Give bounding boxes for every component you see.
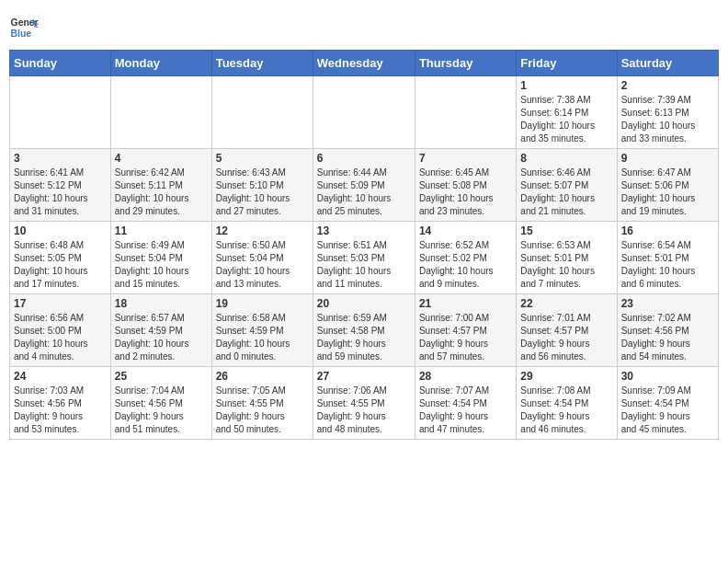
day-number: 8 xyxy=(520,152,612,165)
calendar-cell: 9Sunrise: 6:47 AMSunset: 5:06 PMDaylight… xyxy=(617,149,718,222)
day-number: 9 xyxy=(621,152,714,165)
day-number: 27 xyxy=(317,370,411,383)
calendar-cell xyxy=(10,76,111,149)
day-info: Sunrise: 6:42 AMSunset: 5:11 PMDaylight:… xyxy=(115,167,208,218)
calendar-cell: 6Sunrise: 6:44 AMSunset: 5:09 PMDaylight… xyxy=(313,149,415,222)
day-number: 6 xyxy=(317,152,411,165)
day-info: Sunrise: 7:04 AMSunset: 4:56 PMDaylight:… xyxy=(115,385,208,436)
weekday-header-sunday: Sunday xyxy=(10,51,111,76)
day-number: 1 xyxy=(520,79,612,92)
day-info: Sunrise: 6:59 AMSunset: 4:58 PMDaylight:… xyxy=(317,312,411,363)
weekday-header-thursday: Thursday xyxy=(415,51,516,76)
calendar-cell: 11Sunrise: 6:49 AMSunset: 5:04 PMDayligh… xyxy=(110,222,211,294)
day-info: Sunrise: 7:06 AMSunset: 4:55 PMDaylight:… xyxy=(317,385,411,436)
calendar-cell: 1Sunrise: 7:38 AMSunset: 6:14 PMDaylight… xyxy=(517,76,617,149)
day-number: 25 xyxy=(115,370,208,383)
calendar-cell: 4Sunrise: 6:42 AMSunset: 5:11 PMDaylight… xyxy=(110,149,211,222)
day-info: Sunrise: 6:52 AMSunset: 5:02 PMDaylight:… xyxy=(419,239,512,291)
day-info: Sunrise: 6:49 AMSunset: 5:04 PMDaylight:… xyxy=(115,239,208,291)
calendar-week-3: 10Sunrise: 6:48 AMSunset: 5:05 PMDayligh… xyxy=(10,222,719,294)
weekday-header-wednesday: Wednesday xyxy=(313,51,415,76)
calendar-cell: 12Sunrise: 6:50 AMSunset: 5:04 PMDayligh… xyxy=(211,222,313,294)
day-number: 13 xyxy=(317,224,411,237)
day-info: Sunrise: 7:02 AMSunset: 4:56 PMDaylight:… xyxy=(621,312,714,363)
calendar-cell: 20Sunrise: 6:59 AMSunset: 4:58 PMDayligh… xyxy=(313,294,415,367)
calendar-cell xyxy=(415,76,516,149)
logo: General Blue xyxy=(9,13,39,42)
day-info: Sunrise: 7:09 AMSunset: 4:54 PMDaylight:… xyxy=(621,385,714,436)
day-number: 30 xyxy=(621,370,714,383)
day-number: 29 xyxy=(520,370,612,383)
day-number: 20 xyxy=(317,297,411,310)
day-number: 7 xyxy=(419,152,512,165)
day-info: Sunrise: 6:50 AMSunset: 5:04 PMDaylight:… xyxy=(216,239,309,291)
day-info: Sunrise: 6:44 AMSunset: 5:09 PMDaylight:… xyxy=(317,167,411,218)
day-number: 4 xyxy=(115,152,208,165)
day-info: Sunrise: 6:56 AMSunset: 5:00 PMDaylight:… xyxy=(14,312,107,363)
calendar-cell xyxy=(211,76,313,149)
calendar-cell: 29Sunrise: 7:08 AMSunset: 4:54 PMDayligh… xyxy=(517,367,617,440)
day-number: 16 xyxy=(621,224,714,237)
day-info: Sunrise: 6:51 AMSunset: 5:03 PMDaylight:… xyxy=(317,239,411,291)
day-info: Sunrise: 6:54 AMSunset: 5:01 PMDaylight:… xyxy=(621,239,714,291)
day-info: Sunrise: 6:53 AMSunset: 5:01 PMDaylight:… xyxy=(520,239,612,291)
page-header: General Blue xyxy=(9,9,719,42)
calendar-table: SundayMondayTuesdayWednesdayThursdayFrid… xyxy=(9,50,719,440)
calendar-cell: 27Sunrise: 7:06 AMSunset: 4:55 PMDayligh… xyxy=(313,367,415,440)
calendar-cell: 22Sunrise: 7:01 AMSunset: 4:57 PMDayligh… xyxy=(517,294,617,367)
day-number: 10 xyxy=(14,224,107,237)
calendar-cell: 7Sunrise: 6:45 AMSunset: 5:08 PMDaylight… xyxy=(415,149,516,222)
day-number: 3 xyxy=(14,152,107,165)
day-info: Sunrise: 7:39 AMSunset: 6:13 PMDaylight:… xyxy=(621,94,714,145)
weekday-header-monday: Monday xyxy=(110,51,211,76)
calendar-cell: 21Sunrise: 7:00 AMSunset: 4:57 PMDayligh… xyxy=(415,294,516,367)
calendar-cell: 25Sunrise: 7:04 AMSunset: 4:56 PMDayligh… xyxy=(110,367,211,440)
day-info: Sunrise: 6:46 AMSunset: 5:07 PMDaylight:… xyxy=(520,167,612,218)
day-number: 28 xyxy=(419,370,512,383)
calendar-cell: 8Sunrise: 6:46 AMSunset: 5:07 PMDaylight… xyxy=(517,149,617,222)
calendar-week-2: 3Sunrise: 6:41 AMSunset: 5:12 PMDaylight… xyxy=(10,149,719,222)
weekday-header-tuesday: Tuesday xyxy=(211,51,313,76)
day-number: 23 xyxy=(621,297,714,310)
calendar-cell xyxy=(110,76,211,149)
calendar-header-row: SundayMondayTuesdayWednesdayThursdayFrid… xyxy=(10,51,719,76)
day-number: 2 xyxy=(621,79,714,92)
calendar-cell: 28Sunrise: 7:07 AMSunset: 4:54 PMDayligh… xyxy=(415,367,516,440)
day-info: Sunrise: 7:08 AMSunset: 4:54 PMDaylight:… xyxy=(520,385,612,436)
day-info: Sunrise: 7:00 AMSunset: 4:57 PMDaylight:… xyxy=(419,312,512,363)
svg-text:Blue: Blue xyxy=(11,29,32,39)
calendar-cell: 17Sunrise: 6:56 AMSunset: 5:00 PMDayligh… xyxy=(10,294,111,367)
day-number: 22 xyxy=(520,297,612,310)
day-info: Sunrise: 7:03 AMSunset: 4:56 PMDaylight:… xyxy=(14,385,107,436)
calendar-cell xyxy=(313,76,415,149)
day-number: 11 xyxy=(115,224,208,237)
day-info: Sunrise: 7:07 AMSunset: 4:54 PMDaylight:… xyxy=(419,385,512,436)
day-info: Sunrise: 6:57 AMSunset: 4:59 PMDaylight:… xyxy=(115,312,208,363)
calendar-cell: 10Sunrise: 6:48 AMSunset: 5:05 PMDayligh… xyxy=(10,222,111,294)
day-number: 18 xyxy=(115,297,208,310)
calendar-cell: 3Sunrise: 6:41 AMSunset: 5:12 PMDaylight… xyxy=(10,149,111,222)
calendar-cell: 13Sunrise: 6:51 AMSunset: 5:03 PMDayligh… xyxy=(313,222,415,294)
day-info: Sunrise: 6:58 AMSunset: 4:59 PMDaylight:… xyxy=(216,312,309,363)
day-info: Sunrise: 7:38 AMSunset: 6:14 PMDaylight:… xyxy=(520,94,612,145)
calendar-week-4: 17Sunrise: 6:56 AMSunset: 5:00 PMDayligh… xyxy=(10,294,719,367)
day-number: 5 xyxy=(216,152,309,165)
calendar-cell: 26Sunrise: 7:05 AMSunset: 4:55 PMDayligh… xyxy=(211,367,313,440)
calendar-week-5: 24Sunrise: 7:03 AMSunset: 4:56 PMDayligh… xyxy=(10,367,719,440)
day-info: Sunrise: 7:01 AMSunset: 4:57 PMDaylight:… xyxy=(520,312,612,363)
day-number: 14 xyxy=(419,224,512,237)
day-number: 26 xyxy=(216,370,309,383)
day-info: Sunrise: 6:48 AMSunset: 5:05 PMDaylight:… xyxy=(14,239,107,291)
day-info: Sunrise: 7:05 AMSunset: 4:55 PMDaylight:… xyxy=(216,385,309,436)
day-number: 21 xyxy=(419,297,512,310)
calendar-cell: 19Sunrise: 6:58 AMSunset: 4:59 PMDayligh… xyxy=(211,294,313,367)
weekday-header-saturday: Saturday xyxy=(617,51,718,76)
calendar-cell: 2Sunrise: 7:39 AMSunset: 6:13 PMDaylight… xyxy=(617,76,718,149)
day-info: Sunrise: 6:43 AMSunset: 5:10 PMDaylight:… xyxy=(216,167,309,218)
logo-icon: General Blue xyxy=(9,13,39,42)
calendar-cell: 14Sunrise: 6:52 AMSunset: 5:02 PMDayligh… xyxy=(415,222,516,294)
day-number: 24 xyxy=(14,370,107,383)
day-number: 15 xyxy=(520,224,612,237)
calendar-week-1: 1Sunrise: 7:38 AMSunset: 6:14 PMDaylight… xyxy=(10,76,719,149)
day-info: Sunrise: 6:41 AMSunset: 5:12 PMDaylight:… xyxy=(14,167,107,218)
